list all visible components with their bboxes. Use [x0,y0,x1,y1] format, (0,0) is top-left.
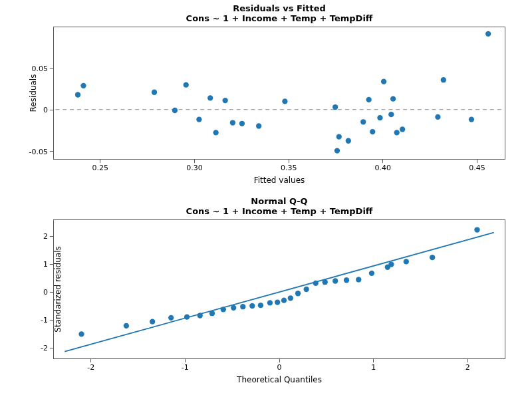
plot-area [53,27,505,160]
title-line-1: Normal Q-Q [251,196,307,206]
data-point [366,97,371,102]
data-point [332,104,338,110]
x-tick-label: 0 [277,363,282,372]
data-point [231,305,236,311]
data-point [388,261,394,267]
data-point [152,90,157,95]
data-point [222,98,227,103]
data-point [336,134,342,139]
data-point [168,315,174,321]
figure: Residuals vs Fitted Cons ~ 1 + Income + … [0,0,532,399]
x-tick-label: 1 [371,363,376,372]
x-tick-label: 0.25 [92,164,109,172]
chart-canvas [54,27,505,159]
data-point [369,271,374,276]
data-point [485,31,491,37]
data-point [230,120,235,125]
y-tick-label: 0 [43,106,48,114]
x-tick-label: 0.35 [281,164,297,172]
y-axis-label: Standarized residuals [53,246,63,332]
y-tick-label: 2 [43,232,48,241]
x-axis-label: Theoretical Quantiles [53,375,505,384]
data-point [196,116,201,122]
data-point [370,129,375,134]
data-point [295,291,301,296]
data-point [404,259,409,264]
data-point [381,79,386,84]
x-tick-label: -1 [182,363,189,372]
data-point [435,114,440,120]
data-point [267,300,273,305]
data-point [332,278,338,283]
data-point [360,119,366,124]
data-point [256,123,261,128]
data-point [394,130,400,135]
data-point [184,314,190,319]
data-point [469,116,474,122]
data-point [239,121,245,126]
data-point [323,279,328,285]
y-tick-label: -0.05 [29,147,48,156]
data-point [213,130,218,135]
qq-line [65,233,493,352]
data-point [172,108,178,113]
chart-title: Normal Q-Q Cons ~ 1 + Income + Temp + Te… [53,197,505,217]
data-point [313,281,319,286]
y-axis-label: Residuals [29,74,38,112]
data-point [334,148,340,153]
data-point [430,255,435,260]
data-point [150,319,155,325]
data-point [209,311,215,316]
y-tick-label: 0 [43,288,48,297]
data-point [377,115,382,120]
data-point [80,83,86,88]
data-point [344,277,349,283]
data-point [207,95,213,100]
x-tick-label: 0.45 [469,164,485,172]
x-axis-label: Fitted values [53,176,505,185]
data-point [346,138,351,144]
x-tick-label: 0.30 [186,164,203,172]
subplot-residuals-vs-fitted: Residuals vs Fitted Cons ~ 1 + Income + … [53,27,505,160]
y-tick-label: -1 [41,316,48,325]
data-point [474,227,479,232]
data-point [281,297,287,303]
data-point [304,287,309,292]
x-tick-label: 2 [466,363,470,372]
data-point [240,304,245,309]
data-point [78,331,84,336]
data-point [288,295,293,301]
data-point [356,277,361,282]
data-point [390,96,396,102]
y-tick-label: 0.05 [32,64,49,72]
data-point [275,299,280,305]
data-point [400,126,405,132]
chart-title: Residuals vs Fitted Cons ~ 1 + Income + … [53,4,505,24]
data-point [198,313,203,318]
x-tick-label: 0.40 [375,164,392,172]
x-tick-label: -2 [87,363,94,372]
plot-area [53,219,505,359]
data-point [258,303,263,308]
title-line-2: Cons ~ 1 + Income + Temp + TempDiff [186,206,373,216]
chart-canvas [54,220,505,358]
title-line-1: Residuals vs Fitted [233,3,326,13]
data-point [221,307,226,312]
data-point [249,303,255,309]
data-point [282,98,287,104]
y-tick-label: 1 [43,260,48,269]
data-point [75,92,80,97]
subplot-qq: Normal Q-Q Cons ~ 1 + Income + Temp + Te… [53,219,505,359]
data-point [441,77,446,82]
data-point [388,112,394,117]
data-point [184,82,189,87]
data-point [124,323,129,329]
y-tick-label: -2 [41,344,48,352]
title-line-2: Cons ~ 1 + Income + Temp + TempDiff [186,13,373,23]
